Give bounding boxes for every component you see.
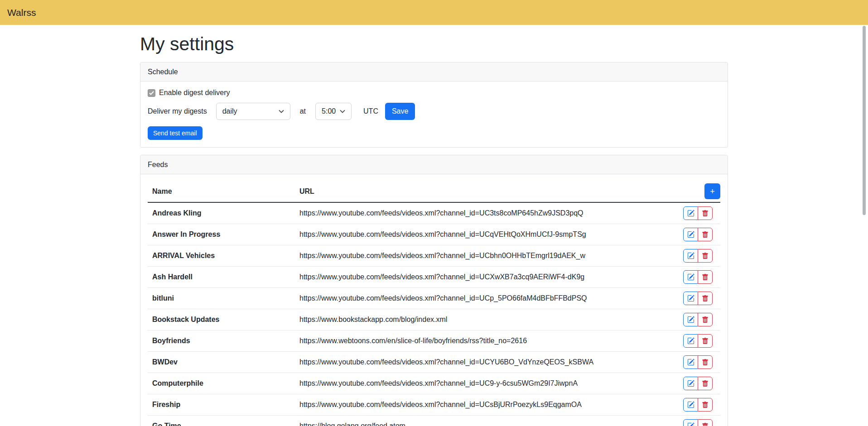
feed-name: Boyfriends <box>148 330 295 352</box>
pencil-square-icon <box>687 337 694 345</box>
enable-digest-checkbox[interactable] <box>148 89 155 97</box>
edit-feed-button[interactable] <box>683 206 698 220</box>
deliver-label: Deliver my digests <box>148 107 207 115</box>
table-row: Andreas Kling https://www.youtube.com/fe… <box>148 202 720 224</box>
edit-feed-button[interactable] <box>683 334 698 348</box>
trash-icon <box>702 274 709 281</box>
feed-actions <box>670 245 720 267</box>
trash-icon <box>702 338 709 345</box>
trash-icon <box>702 210 709 217</box>
pencil-square-icon <box>687 316 694 323</box>
feed-name: bitluni <box>148 288 295 309</box>
plus-icon: + <box>710 187 715 196</box>
feed-url: https://blog.golang.org/feed.atom <box>295 416 670 426</box>
chevron-down-icon <box>279 110 284 113</box>
table-row: Fireship https://www.youtube.com/feeds/v… <box>148 394 720 416</box>
delete-feed-button[interactable] <box>698 292 713 305</box>
edit-feed-button[interactable] <box>683 313 698 326</box>
feed-actions-group <box>683 228 713 241</box>
navbar: Walrss <box>0 0 868 25</box>
table-row: Computerphile https://www.youtube.com/fe… <box>148 373 720 394</box>
delete-feed-button[interactable] <box>698 377 713 390</box>
pencil-square-icon <box>687 401 694 408</box>
feed-name: Andreas Kling <box>148 202 295 224</box>
delete-feed-button[interactable] <box>698 249 713 263</box>
delete-feed-button[interactable] <box>698 398 713 412</box>
feed-name: Go Time <box>148 416 295 426</box>
feed-url: https://www.youtube.com/feeds/videos.xml… <box>295 288 670 309</box>
feed-actions <box>670 224 720 245</box>
time-select[interactable]: 5:00 <box>315 103 352 120</box>
pencil-square-icon <box>687 380 694 387</box>
feed-actions <box>670 202 720 224</box>
table-row: ARRIVAL Vehicles https://www.youtube.com… <box>148 245 720 267</box>
feed-actions-group <box>683 377 713 390</box>
feed-name: Bookstack Updates <box>148 309 295 330</box>
edit-feed-button[interactable] <box>683 377 698 390</box>
pencil-square-icon <box>687 273 694 281</box>
delete-feed-button[interactable] <box>698 419 713 426</box>
feeds-table: Name URL + Andreas Kling https://www.you… <box>148 181 720 426</box>
settings-page: My settings Schedule Enable digest deliv… <box>140 34 728 426</box>
feed-actions <box>670 288 720 309</box>
delete-feed-button[interactable] <box>698 228 713 241</box>
timezone-label: UTC <box>363 107 378 115</box>
edit-feed-button[interactable] <box>683 228 698 241</box>
feed-actions-group <box>683 419 713 426</box>
delete-feed-button[interactable] <box>698 334 713 348</box>
scrollbar-thumb[interactable] <box>863 26 866 215</box>
pencil-square-icon <box>687 210 694 217</box>
edit-feed-button[interactable] <box>683 355 698 369</box>
feed-actions <box>670 394 720 416</box>
trash-icon <box>702 402 709 408</box>
feed-name: BWDev <box>148 352 295 373</box>
enable-digest-label[interactable]: Enable digest delivery <box>159 89 230 97</box>
edit-feed-button[interactable] <box>683 292 698 305</box>
column-header-url: URL <box>295 181 670 202</box>
add-feed-button[interactable]: + <box>704 183 720 199</box>
feeds-table-wrap: Name URL + Andreas Kling https://www.you… <box>140 174 728 426</box>
feed-actions-group <box>683 334 713 348</box>
edit-feed-button[interactable] <box>683 249 698 263</box>
trash-icon <box>702 423 709 426</box>
edit-feed-button[interactable] <box>683 270 698 284</box>
chevron-down-icon <box>340 110 345 113</box>
feed-actions <box>670 416 720 426</box>
frequency-select[interactable]: daily <box>216 103 290 120</box>
time-value: 5:00 <box>322 107 336 115</box>
feed-actions-group <box>683 398 713 412</box>
delete-feed-button[interactable] <box>698 355 713 369</box>
table-row: bitluni https://www.youtube.com/feeds/vi… <box>148 288 720 309</box>
edit-feed-button[interactable] <box>683 398 698 412</box>
trash-icon <box>702 253 709 259</box>
app-brand[interactable]: Walrss <box>7 7 36 18</box>
feeds-card: Feeds Name URL + Andreas Kling https://w… <box>140 155 728 426</box>
feed-actions <box>670 352 720 373</box>
check-icon <box>149 91 154 95</box>
feed-name: Ash Hardell <box>148 267 295 288</box>
delete-feed-button[interactable] <box>698 206 713 220</box>
feed-actions <box>670 309 720 330</box>
feed-actions <box>670 267 720 288</box>
feed-url: https://www.youtube.com/feeds/videos.xml… <box>295 245 670 267</box>
pencil-square-icon <box>687 422 694 426</box>
deliver-row: Deliver my digests daily at 5:00 UTC Sav… <box>148 103 720 120</box>
table-row: Boyfriends https://www.webtoons.com/en/s… <box>148 330 720 352</box>
feed-url: https://www.youtube.com/feeds/videos.xml… <box>295 202 670 224</box>
save-button[interactable]: Save <box>385 103 415 120</box>
table-row: Answer In Progress https://www.youtube.c… <box>148 224 720 245</box>
feed-actions-group <box>683 355 713 369</box>
delete-feed-button[interactable] <box>698 270 713 284</box>
feed-name: ARRIVAL Vehicles <box>148 245 295 267</box>
at-label: at <box>300 107 306 115</box>
page-title: My settings <box>140 34 728 54</box>
table-row: Go Time https://blog.golang.org/feed.ato… <box>148 416 720 426</box>
feeds-table-header-row: Name URL + <box>148 181 720 202</box>
send-test-email-button[interactable]: Send test email <box>148 126 203 140</box>
table-row: BWDev https://www.youtube.com/feeds/vide… <box>148 352 720 373</box>
delete-feed-button[interactable] <box>698 313 713 326</box>
trash-icon <box>702 380 709 387</box>
edit-feed-button[interactable] <box>683 419 698 426</box>
feed-actions <box>670 330 720 352</box>
trash-icon <box>702 295 709 302</box>
